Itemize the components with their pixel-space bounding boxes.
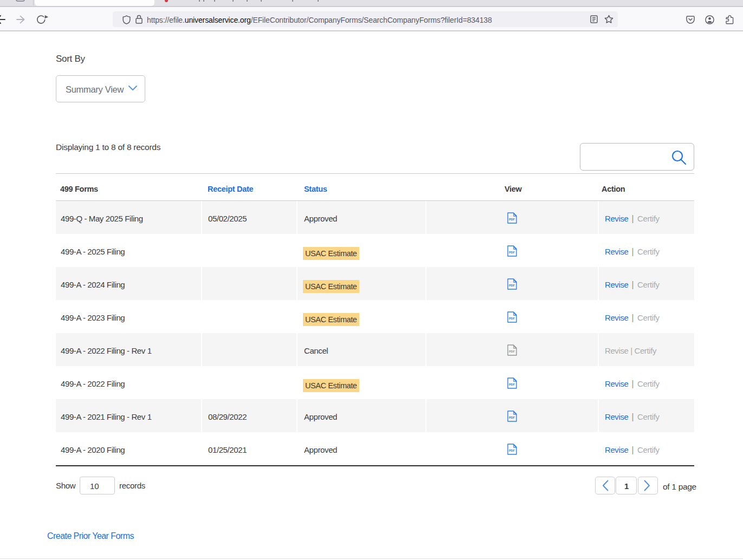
svg-text:PDF: PDF <box>509 449 515 452</box>
svg-text:PDF: PDF <box>509 218 515 221</box>
svg-text:PDF: PDF <box>509 416 515 419</box>
svg-text:PDF: PDF <box>509 251 515 254</box>
svg-text:PDF: PDF <box>509 284 515 287</box>
svg-text:PDF: PDF <box>509 383 515 386</box>
svg-text:PDF: PDF <box>509 317 515 320</box>
svg-text:PDF: PDF <box>509 350 515 353</box>
